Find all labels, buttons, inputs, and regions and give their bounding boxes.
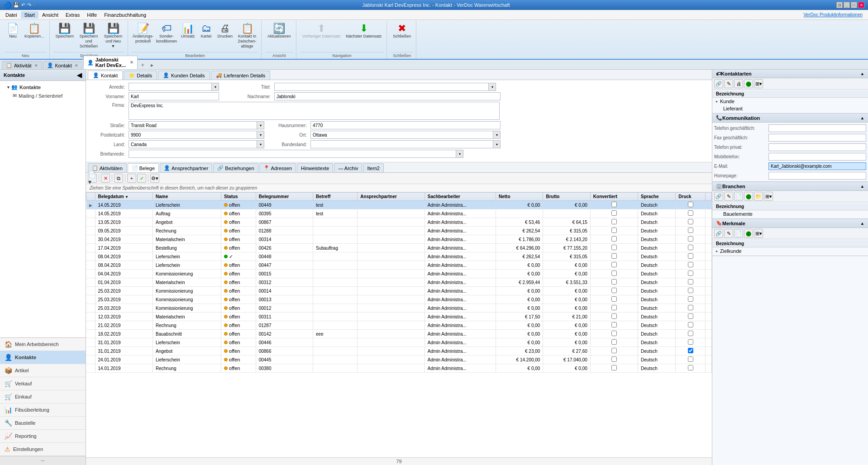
row-druck[interactable]: [676, 330, 706, 338]
vendor-link[interactable]: VerDoc Produktinformationen: [800, 12, 866, 17]
briefanrede-combo[interactable]: ▾: [129, 150, 463, 158]
tab-kontakt[interactable]: 👤 Kontakt ✕: [43, 61, 82, 69]
branchen-btn-new[interactable]: 📄: [734, 192, 743, 201]
strasse-combo[interactable]: ▾: [129, 121, 264, 129]
branchen-btn-edit[interactable]: ✎: [724, 192, 733, 201]
tab-kontakt-close[interactable]: ✕: [75, 63, 78, 68]
sub-tab-ansprechpartner[interactable]: 👤 Ansprechpartner: [160, 163, 212, 172]
sidebar-nav-kontakte[interactable]: 👤 Kontakte: [0, 351, 86, 364]
col-netto[interactable]: Netto: [496, 193, 543, 201]
grid-btn-delete[interactable]: ✕: [101, 174, 110, 183]
konvertiert-checkbox[interactable]: [611, 296, 617, 302]
row-konvertiert[interactable]: [590, 227, 638, 235]
row-konvertiert[interactable]: [590, 252, 638, 261]
row-druck[interactable]: [676, 364, 706, 373]
druck-checkbox[interactable]: [688, 253, 693, 259]
ribbon-btn-umsatz[interactable]: 📊 Umsatz: [179, 22, 197, 40]
col-betreff[interactable]: Betreff: [313, 193, 358, 201]
ort-combo[interactable]: ▾: [310, 131, 501, 139]
merkmale-btn-edit[interactable]: ✎: [724, 229, 733, 238]
druck-checkbox[interactable]: [688, 305, 693, 310]
table-row[interactable]: 31.01.2019 Lieferschein offen 00446 Admi…: [86, 338, 712, 347]
tab-add-btn[interactable]: +: [138, 61, 147, 69]
sidebar-nav-arbeitsbereich[interactable]: 🏠 Mein Arbeitsbereich: [0, 338, 86, 351]
sub-tab-adressen[interactable]: 📍 Adressen: [259, 163, 296, 172]
row-konvertiert[interactable]: [590, 338, 638, 347]
row-druck[interactable]: [676, 287, 706, 295]
col-brutto[interactable]: Brutto: [543, 193, 590, 201]
table-row[interactable]: 25.03.2019 Kommissionierung offen 00013 …: [86, 295, 712, 304]
konvertiert-checkbox[interactable]: [611, 228, 617, 233]
resize-btn[interactable]: ⊡: [836, 2, 843, 8]
briefanrede-input[interactable]: [129, 150, 456, 157]
menu-datei[interactable]: Datei: [2, 11, 21, 19]
ribbon-btn-aenderungsprotokoll[interactable]: 📝 Änderungs­protokoll: [132, 22, 154, 45]
form-tab-details[interactable]: ⭐ Details: [124, 71, 157, 80]
row-druck[interactable]: [676, 347, 706, 356]
col-name[interactable]: Name: [153, 193, 221, 201]
branchen-item-bauelemente[interactable]: Bauelemente: [712, 210, 868, 218]
strasse-dropdown-btn[interactable]: ▾: [257, 122, 264, 129]
konvertiert-checkbox[interactable]: [611, 331, 617, 336]
table-row[interactable]: 30.04.2019 Materialschein offen 00314 Ad…: [86, 235, 712, 244]
kontaktarten-item-kunde[interactable]: ▸ Kunde: [712, 98, 868, 105]
table-row[interactable]: 31.01.2019 Angebot offen 00866 Admin Adm…: [86, 347, 712, 356]
col-druck[interactable]: Druck: [676, 193, 706, 201]
row-konvertiert[interactable]: [590, 218, 638, 227]
konvertiert-checkbox[interactable]: [611, 279, 617, 285]
konvertiert-checkbox[interactable]: [611, 236, 617, 242]
close-btn[interactable]: ✕: [858, 2, 864, 8]
konvertiert-checkbox[interactable]: [611, 262, 617, 267]
sidebar-collapse-btn[interactable]: ◀: [77, 71, 82, 79]
ribbon-btn-naechster[interactable]: ⬇ Nächster Datensatz: [343, 22, 384, 40]
sidebar-nav-fibueberleitung[interactable]: 📊 Fibuüberleitung: [0, 403, 86, 417]
anrede-combo[interactable]: ▾: [129, 83, 219, 91]
ribbon-btn-aktualisieren[interactable]: 🔄 Aktualisieren: [265, 22, 293, 40]
anrede-input[interactable]: [129, 83, 211, 90]
row-konvertiert[interactable]: [590, 330, 638, 338]
col-belegnummer[interactable]: Belegnummer: [256, 193, 313, 201]
row-druck[interactable]: [676, 295, 706, 304]
postleitzahl-combo[interactable]: ▾: [129, 131, 264, 139]
kontaktarten-btn-edit[interactable]: ✎: [724, 79, 733, 88]
row-konvertiert[interactable]: [590, 295, 638, 304]
branchen-btn-add[interactable]: ⬤: [744, 192, 753, 201]
fax-geschaeftlich-input[interactable]: [768, 134, 866, 142]
ort-input[interactable]: [311, 131, 493, 138]
land-dropdown-btn[interactable]: ▾: [257, 141, 264, 148]
table-row[interactable]: 14.05.2019 Auftrag offen 00395 test Admi…: [86, 209, 712, 218]
land-input[interactable]: [129, 141, 257, 148]
grid-btn-confirm[interactable]: ✓: [137, 174, 146, 183]
druck-checkbox[interactable]: [688, 219, 693, 224]
anrede-dropdown-btn[interactable]: ▾: [211, 83, 219, 90]
ribbon-btn-drucken[interactable]: 🖨 Drucken: [215, 22, 235, 40]
druck-checkbox[interactable]: [688, 270, 693, 276]
druck-checkbox[interactable]: [688, 236, 693, 242]
druck-checkbox[interactable]: [688, 313, 693, 319]
druck-checkbox[interactable]: [688, 245, 693, 250]
land-combo[interactable]: ▾: [129, 140, 264, 148]
sub-tab-item2[interactable]: Item2: [363, 163, 384, 172]
quick-access-undo[interactable]: ↶: [21, 2, 25, 8]
konvertiert-checkbox[interactable]: [611, 348, 617, 353]
table-row[interactable]: 25.03.2019 Kommissionierung offen 00012 …: [86, 304, 712, 313]
menu-hilfe[interactable]: Hilfe: [83, 11, 100, 19]
row-konvertiert[interactable]: [590, 278, 638, 287]
menu-start[interactable]: Start: [21, 11, 38, 19]
ribbon-btn-vorheriger[interactable]: ⬆ Vorheriger Datensatz: [300, 22, 343, 40]
sidebar-more-btn[interactable]: ···: [0, 456, 86, 465]
konvertiert-checkbox[interactable]: [611, 322, 617, 327]
col-sprache[interactable]: Sprache: [638, 193, 676, 201]
form-tab-lieferanten-details[interactable]: 🚚 Lieferanten Details: [211, 71, 271, 80]
merkmale-btn-link[interactable]: 🔗: [714, 229, 723, 238]
row-druck[interactable]: [676, 278, 706, 287]
kontaktarten-btn-add[interactable]: ⬤: [744, 79, 753, 88]
col-konvertiert[interactable]: Konvertiert: [590, 193, 638, 201]
merkmale-btn-add[interactable]: ⬤: [744, 229, 753, 238]
konvertiert-checkbox[interactable]: [611, 253, 617, 259]
titel-combo[interactable]: ▾: [274, 83, 496, 91]
ribbon-btn-neu[interactable]: 📄 Neu: [5, 22, 21, 40]
sidebar-nav-einkauf[interactable]: 🛒 Einkauf: [0, 390, 86, 403]
branchen-btn-folder[interactable]: 📁: [754, 192, 763, 201]
konvertiert-checkbox[interactable]: [611, 219, 617, 224]
